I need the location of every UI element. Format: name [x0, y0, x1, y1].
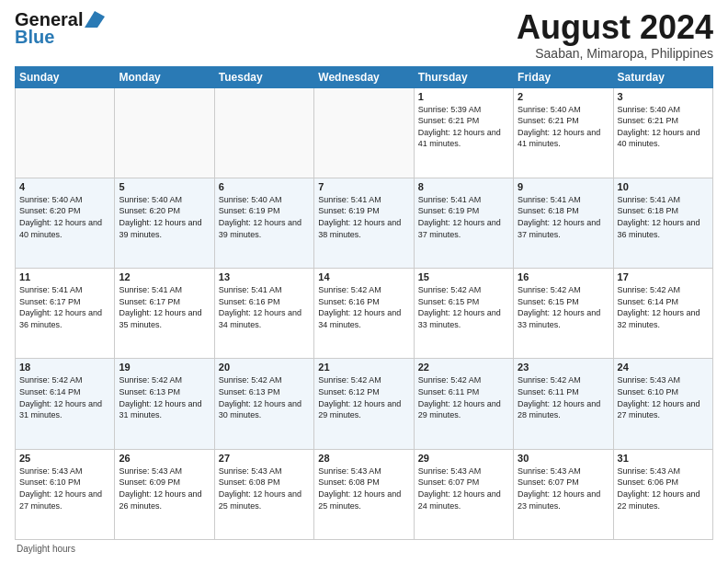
- logo: General Blue: [15, 9, 105, 48]
- calendar-cell-day-11: 11Sunrise: 5:41 AM Sunset: 6:17 PM Dayli…: [16, 269, 115, 359]
- day-info: Sunrise: 5:43 AM Sunset: 6:08 PM Dayligh…: [318, 465, 409, 511]
- calendar-cell-day-18: 18Sunrise: 5:42 AM Sunset: 6:14 PM Dayli…: [16, 359, 115, 449]
- calendar-cell-day-4: 4Sunrise: 5:40 AM Sunset: 6:20 PM Daylig…: [16, 178, 115, 268]
- day-info: Sunrise: 5:43 AM Sunset: 6:07 PM Dayligh…: [418, 465, 509, 511]
- day-info: Sunrise: 5:43 AM Sunset: 6:08 PM Dayligh…: [219, 465, 310, 511]
- day-info: Sunrise: 5:43 AM Sunset: 6:10 PM Dayligh…: [618, 374, 709, 420]
- day-number: 5: [119, 181, 210, 192]
- day-info: Sunrise: 5:40 AM Sunset: 6:20 PM Dayligh…: [119, 194, 210, 240]
- day-number: 7: [318, 181, 409, 192]
- calendar-cell-day-25: 25Sunrise: 5:43 AM Sunset: 6:10 PM Dayli…: [16, 449, 115, 539]
- calendar-cell-empty: [16, 87, 115, 178]
- logo-blue: Blue: [15, 27, 54, 48]
- calendar-cell-empty: [115, 87, 214, 178]
- day-number: 25: [19, 453, 110, 464]
- day-info: Sunrise: 5:42 AM Sunset: 6:13 PM Dayligh…: [119, 374, 210, 420]
- calendar-cell-day-5: 5Sunrise: 5:40 AM Sunset: 6:20 PM Daylig…: [115, 178, 214, 268]
- calendar-week-2: 4Sunrise: 5:40 AM Sunset: 6:20 PM Daylig…: [16, 178, 713, 268]
- calendar-cell-day-20: 20Sunrise: 5:42 AM Sunset: 6:13 PM Dayli…: [214, 359, 313, 449]
- calendar-cell-day-28: 28Sunrise: 5:43 AM Sunset: 6:08 PM Dayli…: [314, 449, 414, 539]
- day-info: Sunrise: 5:42 AM Sunset: 6:12 PM Dayligh…: [318, 374, 409, 420]
- day-number: 9: [518, 181, 609, 192]
- day-number: 31: [618, 453, 709, 464]
- day-number: 3: [618, 91, 709, 102]
- calendar-cell-day-16: 16Sunrise: 5:42 AM Sunset: 6:15 PM Dayli…: [514, 269, 613, 359]
- day-info: Sunrise: 5:41 AM Sunset: 6:19 PM Dayligh…: [318, 194, 409, 240]
- day-info: Sunrise: 5:41 AM Sunset: 6:18 PM Dayligh…: [518, 194, 609, 240]
- location: Saaban, Mimaropa, Philippines: [517, 46, 713, 61]
- day-info: Sunrise: 5:41 AM Sunset: 6:17 PM Dayligh…: [119, 284, 210, 330]
- day-number: 4: [19, 181, 110, 192]
- day-info: Sunrise: 5:42 AM Sunset: 6:13 PM Dayligh…: [219, 374, 310, 420]
- day-number: 2: [518, 91, 609, 102]
- month-year: August 2024: [517, 9, 713, 46]
- day-number: 19: [119, 362, 210, 373]
- day-info: Sunrise: 5:41 AM Sunset: 6:19 PM Dayligh…: [418, 194, 509, 240]
- day-info: Sunrise: 5:41 AM Sunset: 6:18 PM Dayligh…: [618, 194, 709, 240]
- day-info: Sunrise: 5:43 AM Sunset: 6:09 PM Dayligh…: [119, 465, 210, 511]
- day-info: Sunrise: 5:42 AM Sunset: 6:16 PM Dayligh…: [318, 284, 409, 330]
- day-number: 6: [219, 181, 310, 192]
- calendar-cell-empty: [214, 87, 313, 178]
- day-number: 28: [318, 453, 409, 464]
- calendar-cell-day-22: 22Sunrise: 5:42 AM Sunset: 6:11 PM Dayli…: [414, 359, 513, 449]
- calendar-cell-day-30: 30Sunrise: 5:43 AM Sunset: 6:07 PM Dayli…: [514, 449, 613, 539]
- day-number: 29: [418, 453, 509, 464]
- day-info: Sunrise: 5:43 AM Sunset: 6:07 PM Dayligh…: [518, 465, 609, 511]
- day-number: 8: [418, 181, 509, 192]
- day-number: 13: [219, 271, 310, 282]
- calendar-table: Sunday Monday Tuesday Wednesday Thursday…: [15, 66, 713, 540]
- day-number: 11: [19, 271, 110, 282]
- calendar-cell-day-29: 29Sunrise: 5:43 AM Sunset: 6:07 PM Dayli…: [414, 449, 513, 539]
- calendar-week-1: 1Sunrise: 5:39 AM Sunset: 6:21 PM Daylig…: [16, 87, 713, 178]
- calendar-cell-empty: [314, 87, 414, 178]
- day-info: Sunrise: 5:42 AM Sunset: 6:14 PM Dayligh…: [618, 284, 709, 330]
- col-wednesday: Wednesday: [314, 66, 414, 87]
- calendar-cell-day-26: 26Sunrise: 5:43 AM Sunset: 6:09 PM Dayli…: [115, 449, 214, 539]
- calendar-cell-day-17: 17Sunrise: 5:42 AM Sunset: 6:14 PM Dayli…: [613, 269, 712, 359]
- calendar-cell-day-14: 14Sunrise: 5:42 AM Sunset: 6:16 PM Dayli…: [314, 269, 414, 359]
- calendar-cell-day-23: 23Sunrise: 5:42 AM Sunset: 6:11 PM Dayli…: [514, 359, 613, 449]
- day-info: Sunrise: 5:42 AM Sunset: 6:14 PM Dayligh…: [19, 374, 110, 420]
- calendar-cell-day-9: 9Sunrise: 5:41 AM Sunset: 6:18 PM Daylig…: [514, 178, 613, 268]
- footer: Daylight hours: [15, 544, 713, 554]
- calendar-cell-day-2: 2Sunrise: 5:40 AM Sunset: 6:21 PM Daylig…: [514, 87, 613, 178]
- calendar-cell-day-12: 12Sunrise: 5:41 AM Sunset: 6:17 PM Dayli…: [115, 269, 214, 359]
- calendar-cell-day-13: 13Sunrise: 5:41 AM Sunset: 6:16 PM Dayli…: [214, 269, 313, 359]
- day-info: Sunrise: 5:40 AM Sunset: 6:20 PM Dayligh…: [19, 194, 110, 240]
- day-number: 24: [618, 362, 709, 373]
- day-number: 22: [418, 362, 509, 373]
- calendar-cell-day-8: 8Sunrise: 5:41 AM Sunset: 6:19 PM Daylig…: [414, 178, 513, 268]
- day-number: 14: [318, 271, 409, 282]
- calendar-cell-day-6: 6Sunrise: 5:40 AM Sunset: 6:19 PM Daylig…: [214, 178, 313, 268]
- calendar-cell-day-24: 24Sunrise: 5:43 AM Sunset: 6:10 PM Dayli…: [613, 359, 712, 449]
- day-number: 27: [219, 453, 310, 464]
- day-info: Sunrise: 5:40 AM Sunset: 6:19 PM Dayligh…: [219, 194, 310, 240]
- calendar-cell-day-19: 19Sunrise: 5:42 AM Sunset: 6:13 PM Dayli…: [115, 359, 214, 449]
- col-thursday: Thursday: [414, 66, 513, 87]
- calendar-cell-day-10: 10Sunrise: 5:41 AM Sunset: 6:18 PM Dayli…: [613, 178, 712, 268]
- calendar-cell-day-15: 15Sunrise: 5:42 AM Sunset: 6:15 PM Dayli…: [414, 269, 513, 359]
- day-number: 30: [518, 453, 609, 464]
- day-info: Sunrise: 5:43 AM Sunset: 6:10 PM Dayligh…: [19, 465, 110, 511]
- logo-icon: [85, 11, 105, 28]
- calendar-week-3: 11Sunrise: 5:41 AM Sunset: 6:17 PM Dayli…: [16, 269, 713, 359]
- col-sunday: Sunday: [16, 66, 115, 87]
- day-number: 10: [618, 181, 709, 192]
- day-info: Sunrise: 5:40 AM Sunset: 6:21 PM Dayligh…: [618, 104, 709, 150]
- day-number: 21: [318, 362, 409, 373]
- day-info: Sunrise: 5:41 AM Sunset: 6:17 PM Dayligh…: [19, 284, 110, 330]
- day-info: Sunrise: 5:40 AM Sunset: 6:21 PM Dayligh…: [518, 104, 609, 150]
- day-number: 17: [618, 271, 709, 282]
- footer-label: Daylight hours: [17, 544, 75, 554]
- calendar-week-4: 18Sunrise: 5:42 AM Sunset: 6:14 PM Dayli…: [16, 359, 713, 449]
- header: General Blue August 2024 Saaban, Mimarop…: [15, 9, 713, 61]
- col-saturday: Saturday: [613, 66, 712, 87]
- calendar-header-row: Sunday Monday Tuesday Wednesday Thursday…: [16, 66, 713, 87]
- calendar-cell-day-3: 3Sunrise: 5:40 AM Sunset: 6:21 PM Daylig…: [613, 87, 712, 178]
- calendar-cell-day-31: 31Sunrise: 5:43 AM Sunset: 6:06 PM Dayli…: [613, 449, 712, 539]
- day-number: 18: [19, 362, 110, 373]
- calendar-cell-day-7: 7Sunrise: 5:41 AM Sunset: 6:19 PM Daylig…: [314, 178, 414, 268]
- title-block: August 2024 Saaban, Mimaropa, Philippine…: [517, 9, 713, 61]
- day-number: 23: [518, 362, 609, 373]
